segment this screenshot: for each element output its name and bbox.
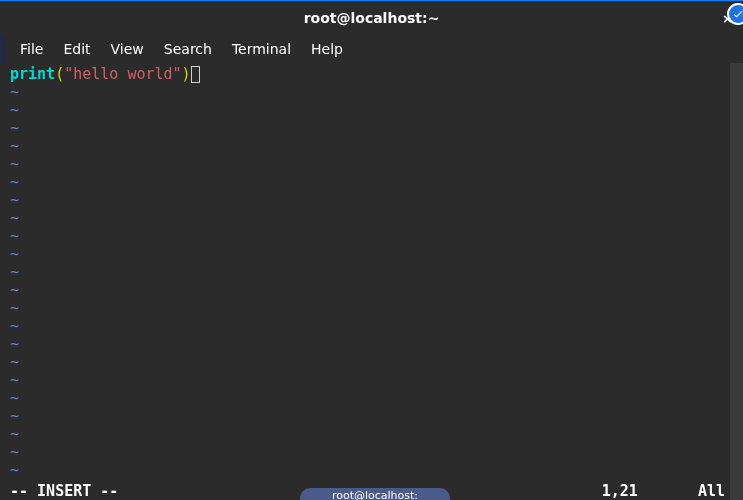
window-titlebar[interactable]: root@localhost:~ × (0, 0, 743, 35)
empty-line-marker: ~ (10, 245, 743, 263)
empty-line-marker: ~ (10, 353, 743, 371)
notification-badge-icon[interactable] (727, 3, 743, 25)
code-open-paren: ( (55, 65, 64, 83)
menu-edit[interactable]: Edit (53, 37, 100, 61)
vertical-scrollbar[interactable] (730, 63, 743, 500)
window-title: root@localhost:~ (304, 10, 440, 26)
editor-buffer[interactable]: print("hello world") ~~~~~~~~~~~~~~~~~~~… (10, 65, 743, 482)
menu-help[interactable]: Help (301, 37, 353, 61)
vim-mode-indicator: -- INSERT -- (10, 482, 118, 500)
vim-scroll-indicator: All (698, 482, 725, 500)
empty-line-marker: ~ (10, 407, 743, 425)
empty-line-marker: ~ (10, 101, 743, 119)
empty-line-marker: ~ (10, 83, 743, 101)
taskbar-tab[interactable]: root@localhost: (300, 488, 450, 500)
text-cursor (191, 66, 200, 83)
menu-bar: File Edit View Search Terminal Help (0, 35, 743, 63)
code-line-1: print("hello world") (10, 65, 743, 83)
empty-line-marker: ~ (10, 461, 743, 479)
empty-line-marker: ~ (10, 389, 743, 407)
empty-line-marker: ~ (10, 119, 743, 137)
empty-line-marker: ~ (10, 209, 743, 227)
menu-file[interactable]: File (10, 37, 53, 61)
empty-line-marker: ~ (10, 335, 743, 353)
empty-line-marker: ~ (10, 137, 743, 155)
empty-line-marker: ~ (10, 425, 743, 443)
empty-line-marker: ~ (10, 263, 743, 281)
empty-line-marker: ~ (10, 371, 743, 389)
code-string: "hello world" (64, 65, 181, 83)
code-close-paren: ) (182, 65, 191, 83)
menu-search[interactable]: Search (154, 37, 222, 61)
empty-line-marker: ~ (10, 173, 743, 191)
empty-line-marker: ~ (10, 191, 743, 209)
menu-view[interactable]: View (101, 37, 154, 61)
menu-terminal[interactable]: Terminal (222, 37, 301, 61)
taskbar-tab-label: root@localhost: (332, 489, 418, 500)
empty-line-marker: ~ (10, 317, 743, 335)
empty-line-marker: ~ (10, 443, 743, 461)
empty-line-marker: ~ (10, 155, 743, 173)
empty-line-marker: ~ (10, 281, 743, 299)
code-keyword: print (10, 65, 55, 83)
vim-cursor-position: 1,21 (602, 482, 638, 500)
empty-line-marker: ~ (10, 299, 743, 317)
terminal-viewport[interactable]: print("hello world") ~~~~~~~~~~~~~~~~~~~… (0, 63, 743, 500)
empty-line-marker: ~ (10, 227, 743, 245)
